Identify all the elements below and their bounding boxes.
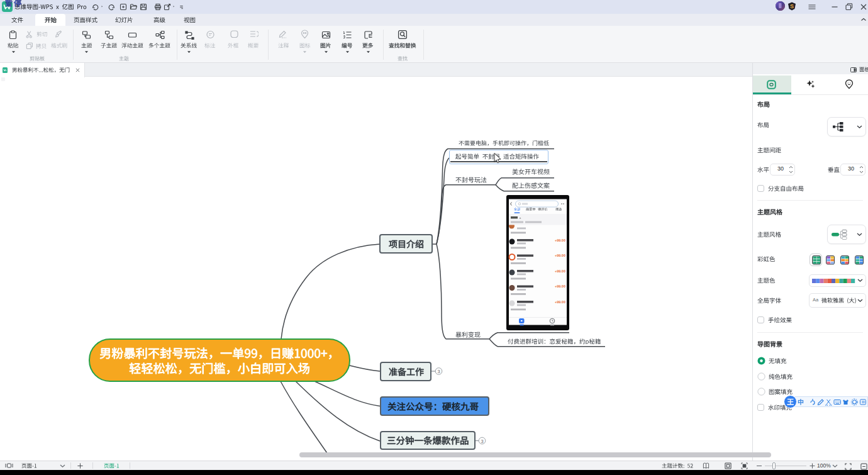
svg-text:+99.00: +99.00 — [555, 254, 565, 257]
svg-text:+99.00: +99.00 — [555, 300, 565, 304]
svg-text:S: S — [790, 3, 794, 9]
svg-text:+99.00: +99.00 — [555, 284, 565, 288]
svg-text:+99.00: +99.00 — [555, 269, 565, 273]
svg-text:3: 3 — [437, 369, 440, 374]
svg-text:3: 3 — [481, 439, 483, 444]
svg-text:+99.00: +99.00 — [555, 238, 565, 242]
